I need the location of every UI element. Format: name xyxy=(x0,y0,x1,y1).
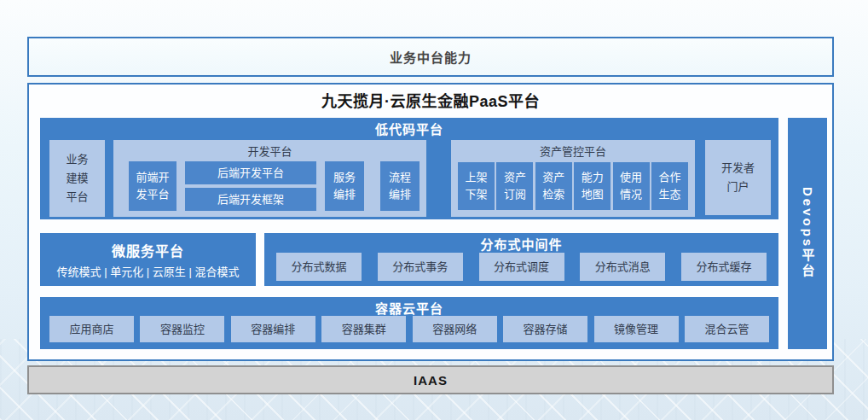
asset-control-platform-title: 资产管控平台 xyxy=(451,143,695,159)
middleware-items-row: 分布式数据 分布式事务 分布式调度 分布式消息 分布式缓存 xyxy=(276,253,767,281)
microservice-platform-title: 微服务平台 xyxy=(112,240,184,260)
paas-platform-box: 九天揽月·云原生金融PaaS平台 低代码平台 业务 建模 平台 开发平台 前端开… xyxy=(27,83,834,361)
container-network-box: 容器网络 xyxy=(413,316,497,342)
asset-search-box: 资产 检索 xyxy=(535,162,572,210)
container-orchestration-box: 容器编排 xyxy=(231,316,315,342)
dev-platform-title: 开发平台 xyxy=(113,143,426,159)
lowcode-platform-section: 低代码平台 业务 建模 平台 开发平台 前端开 发平台 后端开发平台 后端开发框… xyxy=(40,118,778,219)
asset-onshelf-offshelf-box: 上架 下架 xyxy=(458,162,495,210)
service-orchestration-box: 服务 编排 xyxy=(325,161,364,211)
business-middle-platform-banner: 业务中台能力 xyxy=(27,37,834,77)
frontend-dev-platform-box: 前端开 发平台 xyxy=(129,161,176,211)
image-management-box: 镜像管理 xyxy=(594,316,679,342)
container-cloud-platform-section: 容器云平台 应用商店 容器监控 容器编排 容器集群 容器网络 容器存储 镜像管理… xyxy=(40,297,778,349)
container-cloud-platform-title: 容器云平台 xyxy=(40,299,778,317)
devops-platform-bar: Devops平台 xyxy=(788,118,827,349)
lowcode-platform-title: 低代码平台 xyxy=(40,120,778,137)
container-monitoring-box: 容器监控 xyxy=(140,316,224,342)
distributed-middleware-title: 分布式中间件 xyxy=(264,235,778,253)
distributed-transaction-box: 分布式事务 xyxy=(378,253,463,281)
distributed-message-box: 分布式消息 xyxy=(580,253,665,281)
iaas-label: IAAS xyxy=(414,373,448,388)
distributed-cache-box: 分布式缓存 xyxy=(681,253,767,281)
asset-subscription-box: 资产 订阅 xyxy=(496,162,533,210)
distributed-scheduling-box: 分布式调度 xyxy=(479,253,564,281)
cooperation-ecosystem-box: 合作 生态 xyxy=(651,162,688,210)
process-orchestration-box: 流程 编排 xyxy=(380,161,420,211)
container-cloud-items-row: 应用商店 容器监控 容器编排 容器集群 容器网络 容器存储 镜像管理 混合云管 xyxy=(49,316,769,342)
container-cluster-box: 容器集群 xyxy=(321,316,406,342)
container-storage-box: 容器存储 xyxy=(503,316,587,342)
backend-dev-group: 后端开发平台 后端开发框架 xyxy=(185,161,316,211)
hybrid-cloud-management-box: 混合云管 xyxy=(685,316,769,342)
iaas-layer-bar: IAAS xyxy=(27,365,834,394)
architecture-diagram: 业务中台能力 九天揽月·云原生金融PaaS平台 低代码平台 业务 建模 平台 开… xyxy=(0,0,868,420)
distributed-middleware-section: 分布式中间件 分布式数据 分布式事务 分布式调度 分布式消息 分布式缓存 xyxy=(264,233,778,286)
distributed-data-box: 分布式数据 xyxy=(276,253,362,281)
backend-dev-framework-box: 后端开发框架 xyxy=(185,188,316,211)
developer-portal-box: 开发者 门户 xyxy=(705,140,771,215)
usage-status-box: 使用 情况 xyxy=(613,162,650,210)
dev-platform-group: 开发平台 前端开 发平台 后端开发平台 后端开发框架 服务 编排 流程 编排 xyxy=(113,140,426,217)
asset-items-row: 上架 下架 资产 订阅 资产 检索 能力 地图 使用 情况 合作 生态 xyxy=(458,162,688,210)
backend-dev-platform-box: 后端开发平台 xyxy=(185,161,316,184)
microservice-modes-label: 传统模式 | 单元化 | 云原生 | 混合模式 xyxy=(57,263,240,279)
platform-title: 九天揽月·云原生金融PaaS平台 xyxy=(29,89,832,111)
asset-control-platform-group: 资产管控平台 上架 下架 资产 订阅 资产 检索 能力 地图 使用 情况 合作 … xyxy=(451,140,695,217)
capability-map-box: 能力 地图 xyxy=(574,162,610,210)
microservice-platform-section: 微服务平台 传统模式 | 单元化 | 云原生 | 混合模式 xyxy=(40,233,256,286)
banner-label: 业务中台能力 xyxy=(390,48,472,66)
business-modeling-platform-box: 业务 建模 平台 xyxy=(49,140,105,217)
app-store-box: 应用商店 xyxy=(49,316,134,342)
